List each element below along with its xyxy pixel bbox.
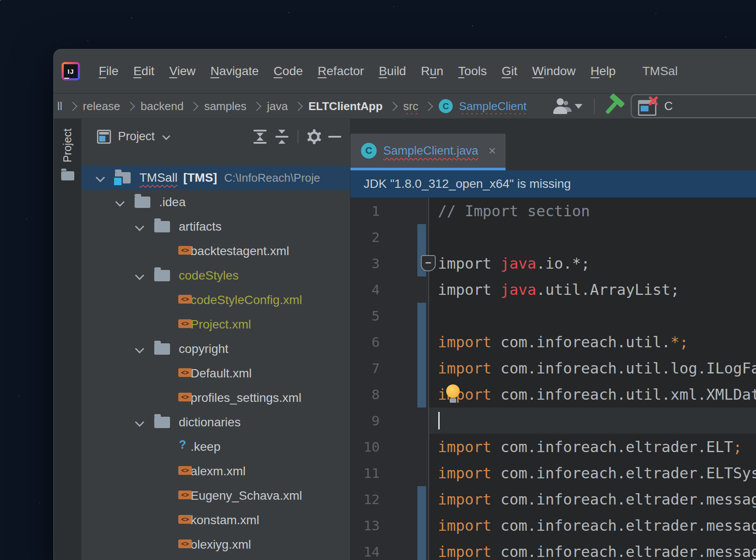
line-number: 3	[350, 250, 380, 277]
vcs-change-marker	[417, 329, 426, 355]
code-segment: com.inforeach.eltrader.ELT	[500, 438, 733, 456]
chevron-down-icon[interactable]	[133, 269, 146, 282]
tool-window-stripe: Project	[54, 119, 81, 560]
xml-badge-icon	[178, 319, 192, 328]
code-line-4[interactable]: 4import java.util.ArrayList;	[350, 277, 756, 303]
code-with-me-button[interactable]	[552, 98, 583, 114]
tree-item-label: backtestagent.xml	[191, 244, 289, 258]
tree-item-tmsall[interactable]: TMSall[TMS]C:\InfoReach\Proje	[81, 166, 350, 190]
breadcrumb-item-samples[interactable]: samples	[203, 99, 247, 114]
tree-item-label: TMSall	[139, 171, 177, 185]
line-number: 1	[350, 198, 380, 224]
project-pane-title[interactable]: Project	[118, 130, 155, 143]
code-line-9[interactable]: 9	[350, 408, 756, 434]
tree-item-eugeny-schava-xml[interactable]: Eugeny_Schava.xml	[81, 484, 350, 508]
menu-tools[interactable]: Tools	[451, 60, 494, 83]
tree-item-artifacts[interactable]: artifacts	[81, 214, 350, 239]
code-line-2[interactable]: 2	[350, 224, 756, 250]
intention-bulb-icon[interactable]	[446, 384, 460, 404]
breadcrumb-item-java[interactable]: java	[266, 99, 289, 114]
chevron-down-icon[interactable]	[133, 342, 146, 356]
menu-run[interactable]: Run	[413, 60, 451, 83]
chevron-down-icon[interactable]	[161, 131, 172, 142]
code-line-8[interactable]: 8import com.inforeach.util.xml.XMLDataMe…	[350, 381, 756, 408]
collapse-all-button[interactable]	[274, 129, 290, 145]
tree-item-keep[interactable]: .keep	[81, 435, 350, 459]
line-number: 14	[350, 539, 380, 560]
build-hammer-icon[interactable]	[601, 94, 624, 118]
line-number: 9	[350, 408, 380, 434]
tree-item-tatiana-xml[interactable]: tatiana.xml	[81, 557, 350, 560]
code-editor[interactable]: 1// Import section23import java.io.*;4im…	[350, 198, 756, 560]
run-configuration-selector[interactable]: C	[631, 94, 756, 118]
menu-file[interactable]: File	[91, 60, 126, 83]
editor: SampleClient.java JDK "1.8.0_312_open_x6…	[350, 119, 756, 560]
tree-item-dictionaries[interactable]: dictionaries	[81, 410, 350, 435]
ide-window: IJ FileEditViewNavigateCodeRefactorBuild…	[53, 49, 756, 560]
menu-git[interactable]: Git	[494, 60, 525, 83]
code-text: import com.inforeach.eltrader.ELT;	[438, 434, 742, 460]
tree-item-idea[interactable]: .idea	[81, 190, 350, 214]
tree-item-codestyles[interactable]: codeStyles	[81, 263, 350, 288]
code-line-3[interactable]: 3import java.io.*;	[350, 250, 756, 277]
chevron-down-icon[interactable]	[133, 220, 146, 233]
breadcrumb-item-backend[interactable]: backend	[140, 99, 184, 114]
breadcrumb-item-release[interactable]: release	[82, 99, 121, 114]
tree-item-alexm-xml[interactable]: alexm.xml	[81, 459, 350, 484]
tree-item-konstam-xml[interactable]: konstam.xml	[81, 508, 350, 532]
code-text: import com.inforeach.eltrader.message.Me…	[438, 512, 756, 539]
breadcrumb-item-ll[interactable]: ll	[56, 99, 63, 114]
menu-help[interactable]: Help	[583, 60, 623, 83]
code-line-6[interactable]: 6import com.inforeach.util.*;	[350, 329, 756, 355]
tree-item-profiles-settings-xml[interactable]: profiles_settings.xml	[81, 386, 350, 410]
menu-navigate[interactable]: Navigate	[203, 60, 267, 83]
menu-refactor[interactable]: Refactor	[310, 60, 371, 83]
gear-icon[interactable]	[306, 129, 322, 145]
breadcrumb-item-sampleclient[interactable]: SampleClient	[458, 99, 527, 114]
tree-item-olexiyg-xml[interactable]: olexiyg.xml	[81, 532, 350, 557]
expand-all-button[interactable]	[252, 129, 268, 145]
tree-item-backtestagent-xml[interactable]: backtestagent.xml	[81, 239, 350, 263]
code-segment: .io.*;	[536, 255, 590, 272]
tree-item-project-xml[interactable]: Project.xml	[81, 312, 350, 337]
code-line-1[interactable]: 1// Import section	[350, 198, 756, 224]
fold-region-icon[interactable]	[421, 255, 436, 271]
code-lines: 1// Import section23import java.io.*;4im…	[350, 198, 756, 560]
code-line-13[interactable]: 13import com.inforeach.eltrader.message.…	[350, 512, 756, 539]
tab-sampleclient-java[interactable]: SampleClient.java	[350, 134, 506, 170]
breadcrumb-separator-icon	[189, 101, 198, 111]
menu-view[interactable]: View	[162, 60, 203, 83]
logo-underline	[64, 78, 69, 79]
hide-panel-button[interactable]	[328, 136, 341, 138]
tree-item-default-xml[interactable]: Default.xml	[81, 361, 350, 386]
code-line-12[interactable]: 12import com.inforeach.eltrader.message.…	[350, 486, 756, 512]
menu-edit[interactable]: Edit	[126, 60, 162, 83]
tree-item-codestyleconfig-xml[interactable]: codeStyleConfig.xml	[81, 288, 350, 312]
code-line-14[interactable]: 14import com.inforeach.eltrader.message.…	[350, 539, 756, 560]
code-segment: import	[438, 333, 500, 351]
chevron-down-icon[interactable]	[133, 416, 146, 429]
tree-item-copyright[interactable]: copyright	[81, 337, 350, 361]
code-line-7[interactable]: 7import com.inforeach.util.log.ILogFacto…	[350, 355, 756, 381]
line-number: 7	[350, 355, 380, 381]
breadcrumb-item-src[interactable]: src	[402, 99, 420, 114]
code-segment: .util.ArrayList;	[536, 281, 680, 298]
toolbar-right: C	[552, 94, 756, 118]
menu-window[interactable]: Window	[525, 60, 583, 83]
menu-code[interactable]: Code	[266, 60, 310, 83]
sidebar-item-project[interactable]: Project	[61, 128, 74, 180]
code-line-5[interactable]: 5	[350, 303, 756, 329]
tree-item-label: Project.xml	[191, 318, 251, 332]
chevron-down-icon[interactable]	[113, 196, 126, 209]
menu-build[interactable]: Build	[371, 60, 413, 83]
chevron-down-icon	[575, 104, 583, 109]
close-icon[interactable]	[489, 144, 496, 157]
code-line-11[interactable]: 11import com.inforeach.eltrader.ELTSyste…	[350, 460, 756, 486]
line-number: 8	[350, 381, 380, 408]
chevron-down-icon[interactable]	[94, 171, 107, 184]
code-segment: java	[500, 255, 536, 272]
xml-badge-icon	[178, 393, 192, 401]
breadcrumb-item-eltclientapp[interactable]: ELTClientApp	[308, 99, 384, 114]
run-config-label: C	[664, 100, 673, 113]
code-line-10[interactable]: 10import com.inforeach.eltrader.ELT;	[350, 434, 756, 460]
